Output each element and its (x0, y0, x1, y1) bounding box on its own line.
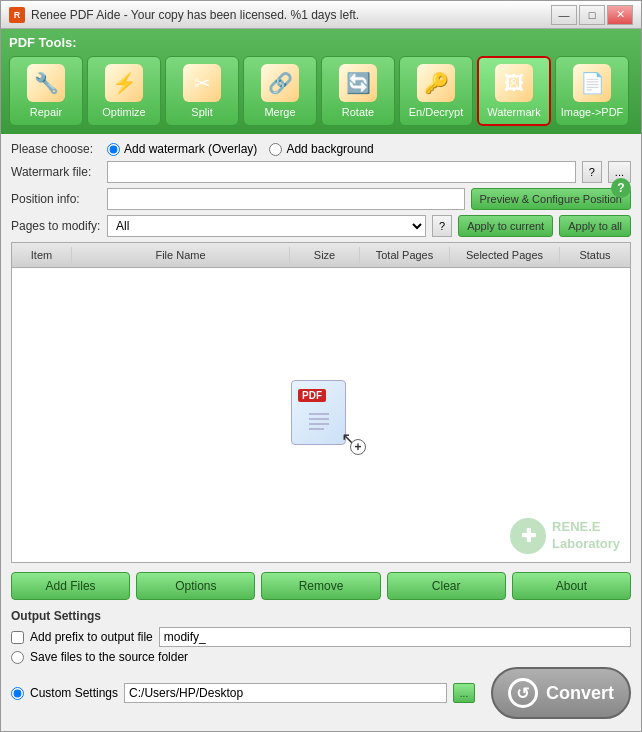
tool-watermark[interactable]: 🖼 Watermark (477, 56, 551, 126)
convert-label: Convert (546, 683, 614, 704)
col-item: Item (12, 247, 72, 263)
output-settings: Output Settings Add prefix to output fil… (11, 605, 631, 723)
radio-overlay-label: Add watermark (Overlay) (124, 142, 257, 156)
watermark-file-input[interactable] (107, 161, 576, 183)
split-icon: ✂ (183, 64, 221, 102)
tool-watermark-label: Watermark (487, 106, 540, 118)
toolbar-label: PDF Tools: (9, 35, 633, 50)
endecrypt-icon: 🔑 (417, 64, 455, 102)
optimize-icon: ⚡ (105, 64, 143, 102)
radio-add-watermark[interactable]: Add watermark (Overlay) (107, 142, 257, 156)
rotate-icon: 🔄 (339, 64, 377, 102)
remove-button[interactable]: Remove (261, 572, 380, 600)
titlebar: R Renee PDF Aide - Your copy has been li… (1, 1, 641, 29)
col-total-pages: Total Pages (360, 247, 450, 263)
position-info-label: Position info: (11, 192, 101, 206)
prefix-input[interactable] (159, 627, 631, 647)
content-area: Please choose: Add watermark (Overlay) A… (1, 134, 641, 731)
radio-background-input[interactable] (269, 143, 282, 156)
radio-overlay-input[interactable] (107, 143, 120, 156)
custom-settings-label: Custom Settings (30, 686, 118, 700)
convert-circle-icon: ↺ (508, 678, 538, 708)
help-button[interactable]: ? (611, 178, 631, 198)
pages-row: Pages to modify: All ? Apply to current … (11, 215, 631, 237)
brand-logo: ✚ RENE.ELaboratory (510, 518, 620, 554)
radio-add-background[interactable]: Add background (269, 142, 373, 156)
radio-background-label: Add background (286, 142, 373, 156)
tool-split[interactable]: ✂ Split (165, 56, 239, 126)
toolbar-icons: 🔧 Repair ⚡ Optimize ✂ Split 🔗 Merge 🔄 Ro… (9, 56, 633, 126)
tool-split-label: Split (191, 106, 212, 118)
col-size: Size (290, 247, 360, 263)
apply-all-btn[interactable]: Apply to all (559, 215, 631, 237)
tool-endecrypt-label: En/Decrypt (409, 106, 463, 118)
convert-button[interactable]: ↺ Convert (491, 667, 631, 719)
col-status: Status (560, 247, 630, 263)
merge-icon: 🔗 (261, 64, 299, 102)
options-button[interactable]: Options (136, 572, 255, 600)
tool-repair[interactable]: 🔧 Repair (9, 56, 83, 126)
table-header: Item File Name Size Total Pages Selected… (12, 243, 630, 268)
brand-icon: ✚ (510, 518, 546, 554)
tool-merge-label: Merge (264, 106, 295, 118)
plus-circle: + (350, 439, 366, 455)
col-filename: File Name (72, 247, 290, 263)
preview-configure-btn[interactable]: Preview & Configure Position (471, 188, 631, 210)
tool-merge[interactable]: 🔗 Merge (243, 56, 317, 126)
clear-button[interactable]: Clear (387, 572, 506, 600)
tool-optimize-label: Optimize (102, 106, 145, 118)
prefix-row: Add prefix to output file (11, 627, 631, 647)
add-files-button[interactable]: Add Files (11, 572, 130, 600)
file-table: Item File Name Size Total Pages Selected… (11, 242, 631, 563)
pdf-badge: PDF (298, 389, 326, 402)
custom-path-row: Custom Settings ... ↺ Convert (11, 667, 631, 719)
minimize-button[interactable]: — (551, 5, 577, 25)
tool-endecrypt[interactable]: 🔑 En/Decrypt (399, 56, 473, 126)
window-title: Renee PDF Aide - Your copy has been lice… (31, 8, 551, 22)
pages-label: Pages to modify: (11, 219, 101, 233)
image2pdf-icon: 📄 (573, 64, 611, 102)
tool-image2pdf[interactable]: 📄 Image->PDF (555, 56, 629, 126)
choose-row: Please choose: Add watermark (Overlay) A… (11, 142, 631, 156)
browse-path-btn[interactable]: ... (453, 683, 475, 703)
about-button[interactable]: About (512, 572, 631, 600)
window-controls: — □ ✕ (551, 5, 633, 25)
maximize-button[interactable]: □ (579, 5, 605, 25)
custom-path-input[interactable] (124, 683, 447, 703)
position-info-input[interactable] (107, 188, 465, 210)
tool-image2pdf-label: Image->PDF (561, 106, 624, 118)
watermark-icon: 🖼 (495, 64, 533, 102)
add-prefix-label: Add prefix to output file (30, 630, 153, 644)
table-body[interactable]: PDF ↖ + (12, 268, 630, 562)
repair-icon: 🔧 (27, 64, 65, 102)
tool-optimize[interactable]: ⚡ Optimize (87, 56, 161, 126)
pdf-drop-icon: PDF ↖ + (291, 380, 351, 450)
brand-text: RENE.ELaboratory (552, 519, 620, 553)
pages-dropdown[interactable]: All (107, 215, 426, 237)
output-title: Output Settings (11, 609, 631, 623)
add-prefix-checkbox[interactable] (11, 631, 24, 644)
pdf-icon-body: PDF (291, 380, 346, 445)
save-source-label: Save files to the source folder (30, 650, 188, 664)
pages-help-btn[interactable]: ? (432, 215, 452, 237)
watermark-file-row: Watermark file: ? ... (11, 161, 631, 183)
close-button[interactable]: ✕ (607, 5, 633, 25)
tool-repair-label: Repair (30, 106, 62, 118)
col-selected-pages: Selected Pages (450, 247, 560, 263)
action-buttons: Add Files Options Remove Clear About (11, 572, 631, 600)
pdf-lines-svg (304, 400, 334, 435)
save-source-radio[interactable] (11, 651, 24, 664)
please-choose-label: Please choose: (11, 142, 101, 156)
watermark-file-label: Watermark file: (11, 165, 101, 179)
save-source-row: Save files to the source folder (11, 650, 631, 664)
main-window: R Renee PDF Aide - Your copy has been li… (0, 0, 642, 732)
tool-rotate[interactable]: 🔄 Rotate (321, 56, 395, 126)
toolbar-area: PDF Tools: 🔧 Repair ⚡ Optimize ✂ Split 🔗… (1, 29, 641, 134)
watermark-help-btn[interactable]: ? (582, 161, 602, 183)
custom-settings-radio[interactable] (11, 687, 24, 700)
apply-current-btn[interactable]: Apply to current (458, 215, 553, 237)
radio-group: Add watermark (Overlay) Add background (107, 142, 374, 156)
tool-rotate-label: Rotate (342, 106, 374, 118)
app-icon: R (9, 7, 25, 23)
position-info-row: Position info: Preview & Configure Posit… (11, 188, 631, 210)
